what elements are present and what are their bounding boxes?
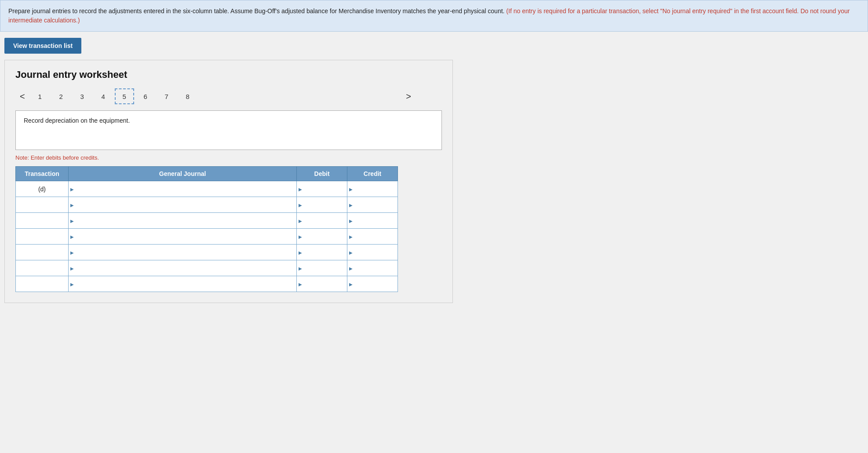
debit-input-6[interactable] [299,265,344,272]
general-journal-input-6[interactable] [71,260,294,276]
general-journal-cell-7[interactable] [68,276,296,292]
general-journal-input-1[interactable] [71,181,294,197]
table-row [16,276,398,292]
instruction-box: Prepare journal entries to record the ad… [0,0,868,32]
debit-cell-5[interactable] [297,245,347,260]
debit-input-7[interactable] [299,281,344,288]
credit-input-3[interactable] [350,217,395,224]
general-journal-input-7[interactable] [71,276,294,292]
credit-cell-5[interactable] [347,245,398,260]
general-journal-input-4[interactable] [71,229,294,244]
transaction-cell-2 [16,197,69,213]
credit-cell-3[interactable] [347,213,398,229]
debit-input-4[interactable] [299,233,344,240]
nav-next-arrow[interactable]: > [401,90,416,103]
nav-prev-arrow[interactable]: < [15,90,29,103]
table-row [16,197,398,213]
nav-row: < 1 2 3 4 5 6 7 8 > [15,88,442,104]
table-header-general-journal: General Journal [68,167,296,181]
nav-number-1[interactable]: 1 [30,88,50,104]
nav-number-8[interactable]: 8 [178,88,197,104]
general-journal-input-2[interactable] [71,197,294,212]
general-journal-cell-4[interactable] [68,229,296,245]
general-journal-cell-5[interactable] [68,245,296,260]
debit-input-2[interactable] [299,201,344,208]
table-row [16,229,398,245]
credit-input-7[interactable] [350,281,395,288]
nav-number-6[interactable]: 6 [136,88,155,104]
debit-cell-3[interactable] [297,213,347,229]
general-journal-input-5[interactable] [71,245,294,260]
general-journal-input-3[interactable] [71,213,294,228]
view-transaction-list-button[interactable]: View transaction list [4,38,81,54]
transaction-cell-1: (d) [16,181,69,197]
table-header-debit: Debit [297,167,347,181]
table-header-transaction: Transaction [16,167,69,181]
table-row [16,260,398,276]
nav-number-7[interactable]: 7 [157,88,176,104]
debit-cell-2[interactable] [297,197,347,213]
debit-cell-4[interactable] [297,229,347,245]
debit-input-1[interactable] [299,186,344,193]
transaction-cell-4 [16,229,69,245]
worksheet-container: Journal entry worksheet < 1 2 3 4 5 6 7 … [4,60,453,303]
transaction-cell-7 [16,276,69,292]
transaction-cell-6 [16,260,69,276]
table-row [16,213,398,229]
nav-number-4[interactable]: 4 [94,88,113,104]
note-text: Note: Enter debits before credits. [15,154,442,161]
credit-cell-2[interactable] [347,197,398,213]
nav-number-3[interactable]: 3 [73,88,92,104]
debit-cell-6[interactable] [297,260,347,276]
transaction-description: Record depreciation on the equipment. [15,110,442,150]
general-journal-cell-6[interactable] [68,260,296,276]
general-journal-cell-2[interactable] [68,197,296,213]
credit-input-4[interactable] [350,233,395,240]
nav-number-5[interactable]: 5 [115,88,134,104]
debit-input-5[interactable] [299,249,344,256]
journal-table: Transaction General Journal Debit Credit… [15,166,398,292]
table-row [16,245,398,260]
credit-input-5[interactable] [350,249,395,256]
debit-cell-1[interactable] [297,181,347,197]
transaction-cell-5 [16,245,69,260]
debit-cell-7[interactable] [297,276,347,292]
transaction-description-text: Record depreciation on the equipment. [24,117,130,124]
table-header-credit: Credit [347,167,398,181]
worksheet-title: Journal entry worksheet [15,69,442,80]
table-row: (d) [16,181,398,197]
credit-cell-1[interactable] [347,181,398,197]
transaction-cell-3 [16,213,69,229]
credit-cell-6[interactable] [347,260,398,276]
credit-input-2[interactable] [350,201,395,208]
credit-input-1[interactable] [350,186,395,193]
instruction-main-text: Prepare journal entries to record the ad… [8,7,504,15]
nav-number-2[interactable]: 2 [51,88,71,104]
credit-cell-4[interactable] [347,229,398,245]
debit-input-3[interactable] [299,217,344,224]
general-journal-cell-1[interactable] [68,181,296,197]
general-journal-cell-3[interactable] [68,213,296,229]
credit-input-6[interactable] [350,265,395,272]
credit-cell-7[interactable] [347,276,398,292]
